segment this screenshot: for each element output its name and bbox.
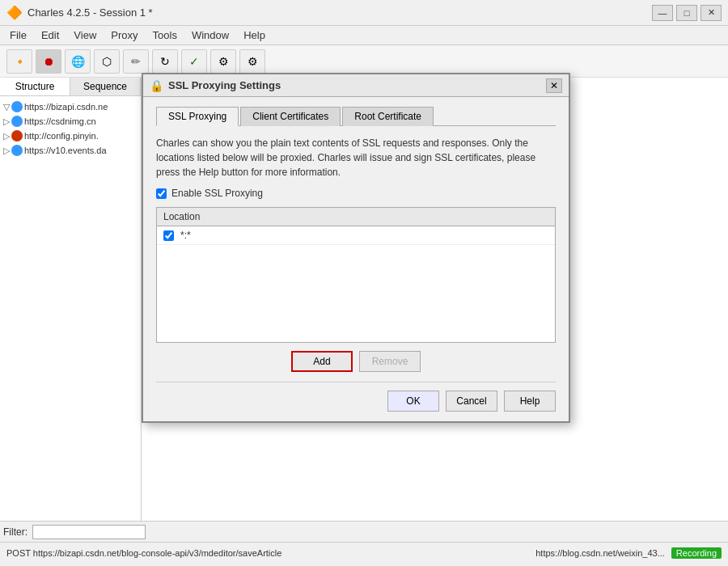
- list-item[interactable]: ▷ http://config.pinyin. N: [0, 129, 141, 143]
- location-empty-area: [157, 245, 555, 342]
- toolbar-btn-breakpoint[interactable]: ⬡: [94, 49, 120, 74]
- tab-sequence[interactable]: Sequence: [70, 78, 141, 95]
- status-left: POST https://bizapi.csdn.net/blog-consol…: [6, 548, 281, 558]
- title-bar-left: 🔶 Charles 4.2.5 - Session 1 *: [6, 5, 153, 20]
- dialog-content: SSL Proxying Client Certificates Root Ce…: [143, 97, 569, 421]
- item-status-icon: [11, 116, 23, 127]
- tab-structure[interactable]: Structure: [0, 78, 70, 95]
- expand-icon: ▷: [3, 146, 10, 156]
- tab-client-certificates[interactable]: Client Certificates: [240, 107, 341, 126]
- dialog-title-bar: 🔒 SSL Proxying Settings ✕: [143, 74, 569, 97]
- sidebar: Structure Sequence ▽ https://bizapi.csdn…: [0, 78, 142, 521]
- menu-view[interactable]: View: [67, 27, 103, 43]
- minimize-button[interactable]: —: [652, 5, 673, 21]
- location-table: Location *:*: [156, 207, 556, 343]
- filter-input[interactable]: [32, 525, 146, 539]
- expand-icon: ▽: [3, 102, 10, 112]
- sidebar-tabs: Structure Sequence: [0, 78, 141, 96]
- help-button[interactable]: Help: [504, 391, 556, 412]
- tab-root-certificate[interactable]: Root Certificate: [342, 107, 434, 126]
- dialog-tabs: SSL Proxying Client Certificates Root Ce…: [156, 107, 556, 126]
- window-controls: — □ ✕: [652, 5, 722, 21]
- app-icon: 🔶: [6, 5, 23, 20]
- app-title: Charles 4.2.5 - Session 1 *: [28, 6, 153, 19]
- expand-icon: ▷: [3, 131, 10, 142]
- tab-ssl-proxying[interactable]: SSL Proxying: [156, 107, 239, 126]
- item-status-icon: [11, 145, 23, 156]
- menu-window[interactable]: Window: [185, 27, 235, 43]
- sidebar-items: ▽ https://bizapi.csdn.ne ▷ https://csdni…: [0, 96, 141, 521]
- ssl-proxying-dialog: 🔒 SSL Proxying Settings ✕ SSL Proxying C…: [142, 73, 570, 423]
- dialog-title-label: SSL Proxying Settings: [168, 79, 281, 91]
- toolbar-btn-throttle[interactable]: 🌐: [65, 49, 91, 74]
- toolbar-btn-repeat[interactable]: ↻: [152, 49, 178, 74]
- menu-edit[interactable]: Edit: [35, 27, 66, 43]
- toolbar-btn-settings[interactable]: ⚙: [239, 49, 265, 74]
- menu-bar: File Edit View Proxy Tools Window Help: [0, 26, 728, 45]
- window-close-button[interactable]: ✕: [700, 5, 722, 21]
- enable-ssl-label: Enable SSL Proxying: [171, 188, 263, 199]
- status-bar: POST https://bizapi.csdn.net/blog-consol…: [0, 542, 728, 563]
- menu-proxy[interactable]: Proxy: [104, 27, 144, 43]
- maximize-button[interactable]: □: [676, 5, 697, 21]
- item-label: http://config.pinyin.: [24, 131, 99, 141]
- item-status-icon: [11, 130, 23, 142]
- list-item[interactable]: ▷ https://csdnimg.cn: [0, 114, 141, 129]
- add-remove-row: Add Remove: [156, 351, 556, 372]
- remove-button[interactable]: Remove: [359, 351, 421, 372]
- cancel-button[interactable]: Cancel: [446, 391, 497, 412]
- toolbar-btn-record[interactable]: ⏺: [36, 49, 61, 74]
- recording-badge: Recording: [671, 547, 722, 559]
- menu-help[interactable]: Help: [237, 27, 272, 43]
- expand-icon: ▷: [3, 116, 10, 127]
- location-row-checkbox[interactable]: [163, 230, 174, 241]
- title-bar: 🔶 Charles 4.2.5 - Session 1 * — □ ✕: [0, 0, 728, 26]
- enable-ssl-checkbox[interactable]: [156, 188, 167, 199]
- ok-cancel-row: OK Cancel Help: [156, 382, 556, 412]
- toolbar-btn-compose[interactable]: ✏: [123, 49, 149, 74]
- item-label: https://v10.events.da: [24, 146, 107, 155]
- status-right: https://blog.csdn.net/weixin_43...: [535, 548, 665, 558]
- list-item[interactable]: ▷ https://v10.events.da: [0, 143, 141, 158]
- toolbar-btn-tools[interactable]: ⚙: [210, 49, 236, 74]
- filter-label: Filter:: [3, 526, 28, 538]
- dialog-title: 🔒 SSL Proxying Settings: [150, 79, 281, 92]
- toolbar-btn-pointer[interactable]: 🔸: [6, 49, 32, 74]
- item-status-icon: [11, 101, 23, 112]
- list-item[interactable]: ▽ https://bizapi.csdn.ne: [0, 99, 141, 114]
- menu-tools[interactable]: Tools: [146, 27, 184, 43]
- toolbar-btn-validate[interactable]: ✓: [181, 49, 207, 74]
- location-row: *:*: [157, 226, 555, 245]
- item-label: https://csdnimg.cn: [24, 116, 96, 126]
- dialog-description: Charles can show you the plain text cont…: [156, 136, 556, 180]
- menu-file[interactable]: File: [3, 27, 33, 43]
- enable-ssl-row: Enable SSL Proxying: [156, 188, 556, 199]
- item-label: https://bizapi.csdn.ne: [24, 102, 108, 112]
- location-header: Location: [157, 208, 555, 226]
- ok-button[interactable]: OK: [387, 391, 439, 412]
- dialog-title-icon: 🔒: [150, 79, 163, 92]
- location-value: *:*: [180, 230, 191, 241]
- filter-bar: Filter:: [0, 521, 728, 542]
- dialog-close-button[interactable]: ✕: [546, 78, 562, 93]
- add-button[interactable]: Add: [291, 351, 353, 372]
